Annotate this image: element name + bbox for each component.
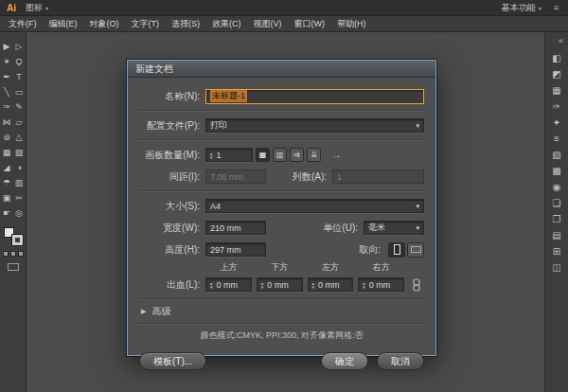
artboard-count-field[interactable]: ▴ ▾ 1 [205,148,253,162]
bleed-top-field[interactable]: ▴ ▾ 0 mm [205,277,252,292]
pen-tool-icon[interactable]: ✒ [1,69,13,84]
menu-select[interactable]: 选择(S) [171,18,200,30]
perspective-grid-tool-icon[interactable]: △ [13,130,26,145]
symbols-panel-icon[interactable]: ✦ [549,115,565,131]
advanced-row[interactable]: ▶ 高级 [139,303,424,320]
grid-by-row-button[interactable]: ▦ [256,148,270,162]
color-guide-panel-icon[interactable]: ◩ [549,66,565,82]
color-panel-icon[interactable]: ◧ [549,50,565,66]
paintbrush-tool-icon[interactable]: ✑ [1,99,13,115]
menu-effect[interactable]: 效果(C) [212,18,241,30]
menu-help[interactable]: 帮助(H) [337,18,366,30]
arrange-by-column-button[interactable]: ⇊ [307,148,321,162]
orientation-portrait-button[interactable] [388,242,405,258]
type-tool-icon[interactable]: T [13,69,26,84]
link-bleed-values-button[interactable] [409,277,424,293]
swatches-panel-icon[interactable]: ▦ [549,82,565,98]
columns-value: 1 [337,172,342,182]
disclosure-triangle-icon[interactable]: ▶ [141,308,146,315]
fill-stroke-widget[interactable] [4,227,23,245]
width-label: 宽度(W): [139,222,205,235]
stroke-panel-icon[interactable]: ≡ [549,131,565,147]
artboards-panel-icon[interactable]: ▤ [549,227,565,243]
stepper-arrows-icon[interactable]: ▴ ▾ [312,281,315,289]
magic-wand-tool-icon[interactable]: ✶ [1,54,13,69]
selection-tool-icon[interactable]: ▶ [1,39,13,54]
width-tool-icon[interactable]: ⋈ [1,115,13,130]
new-document-dialog: 新建文档 名称(N): 未标题-1 配置文件(P): 打印 ▾ [127,60,436,356]
symbol-sprayer-tool-icon[interactable]: ☂ [1,175,13,190]
graphic-styles-panel-icon[interactable]: ❏ [549,195,565,211]
stepper-down-icon[interactable]: ▾ [261,285,264,289]
menu-window[interactable]: 窗口(W) [294,18,326,30]
profile-dropdown[interactable]: 打印 ▾ [205,118,424,133]
grid-by-column-button[interactable]: ▥ [273,148,287,162]
free-transform-tool-icon[interactable]: ▱ [13,115,26,130]
menu-edit[interactable]: 编辑(E) [49,18,78,30]
menu-object[interactable]: 对象(O) [90,18,119,30]
gradient-tool-icon[interactable]: ▧ [13,145,26,160]
chevron-down-icon: ▾ [45,5,48,11]
hand-tool-icon[interactable]: ☛ [1,205,13,221]
bleed-right-field[interactable]: ▴ ▾ 0 mm [358,277,404,292]
app-logo[interactable]: Ai [7,3,16,13]
shape-builder-tool-icon[interactable]: ⊚ [1,130,13,145]
menu-file[interactable]: 文件(F) [9,18,37,30]
zoom-tool-icon[interactable]: ◎ [13,205,26,221]
ok-button[interactable]: 确定 [321,352,368,370]
collapse-panels-button[interactable]: « [559,36,568,50]
menu-type[interactable]: 文字(T) [132,18,160,30]
document-name-field[interactable]: 未标题-1 [205,89,424,104]
line-segment-tool-icon[interactable]: ╲ [1,84,13,99]
artboard-tool-icon[interactable]: ▣ [1,190,13,205]
layers-panel-icon[interactable]: ❐ [549,211,565,227]
stepper-arrows-icon[interactable]: ▴ ▾ [210,281,213,289]
gradient-fill-button[interactable] [10,251,16,257]
stroke-color-swatch[interactable] [12,235,23,245]
advanced-label[interactable]: 高级 [151,305,170,318]
brushes-panel-icon[interactable]: ✑ [549,98,565,115]
height-field[interactable]: 297 mm [205,242,266,257]
direct-selection-tool-icon[interactable]: ▷ [13,39,26,54]
workspace-switcher[interactable]: 基本功能 ▾ [502,2,541,14]
dialog-titlebar[interactable]: 新建文档 [128,61,435,78]
bleed-left-field[interactable]: ▴ ▾ 0 mm [308,277,354,292]
eyedropper-tool-icon[interactable]: ◢ [1,160,13,175]
appearance-panel-icon[interactable]: ◉ [549,179,565,195]
stepper-arrows-icon[interactable]: ▴ ▾ [210,151,213,159]
pathfinder-panel-icon[interactable]: ◫ [549,259,565,276]
stepper-arrows-icon[interactable]: ▴ ▾ [363,281,365,289]
spacing-row: 间距(I): 7.06 mm 列数(A): 1 [139,167,424,187]
align-panel-icon[interactable]: ⊞ [549,243,565,259]
stepper-arrows-icon[interactable]: ▴ ▾ [261,281,264,289]
app-left-menu[interactable]: 图标 ▾ [26,2,48,14]
arrange-by-row-button[interactable]: ⇉ [290,148,304,162]
slice-tool-icon[interactable]: ✂ [13,190,26,205]
cancel-button[interactable]: 取消 [377,352,424,370]
bleed-bottom-field[interactable]: ▴ ▾ 0 mm [257,277,303,292]
size-dropdown[interactable]: A4 ▾ [205,199,424,213]
column-graph-tool-icon[interactable]: ▥ [13,175,26,190]
stepper-down-icon[interactable]: ▾ [210,285,213,289]
appbar-menu-icon[interactable]: ≡ [551,3,561,12]
color-fill-button[interactable] [3,251,9,257]
pencil-tool-icon[interactable]: ✎ [13,99,26,115]
none-fill-button[interactable] [18,251,24,257]
template-button[interactable]: 模板(T)... [139,352,206,370]
stepper-down-icon[interactable]: ▾ [312,285,315,289]
stepper-down-icon[interactable]: ▾ [363,285,365,289]
units-dropdown[interactable]: 毫米 ▾ [364,221,424,235]
rectangle-tool-icon[interactable]: ▭ [13,84,26,99]
lasso-tool-icon[interactable]: Ϙ [13,54,26,69]
orientation-landscape-button[interactable] [407,242,424,258]
transparency-panel-icon[interactable]: ▩ [549,163,565,179]
width-field[interactable]: 210 mm [205,221,266,235]
stepper-down-icon[interactable]: ▾ [210,155,213,159]
layout-direction-button[interactable]: → [329,148,344,162]
menu-view[interactable]: 视图(V) [254,18,282,30]
blend-tool-icon[interactable]: ◑ [13,160,26,175]
mesh-tool-icon[interactable]: ▦ [1,145,13,160]
gradient-panel-icon[interactable]: ▧ [549,147,565,163]
screen-mode-button[interactable] [8,263,19,271]
chevron-down-icon: ▾ [416,122,419,130]
